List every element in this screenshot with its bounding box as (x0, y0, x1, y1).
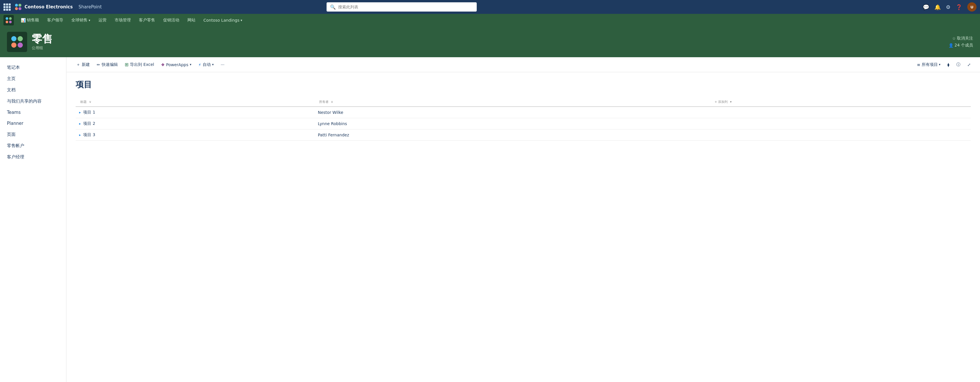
plus-icon: ＋ (76, 62, 80, 67)
hero-subtitle: 公用组 (32, 45, 52, 51)
sidebar-item-retail-accounts[interactable]: 零售帐户 (0, 140, 66, 152)
nav-tab-ops[interactable]: 运营 (95, 16, 110, 24)
company-name: Contoso Electronics (25, 4, 73, 10)
sidebar-item-planner[interactable]: Planner (0, 118, 66, 129)
logo-svg (14, 3, 22, 11)
chart-icon: 📊 (21, 18, 26, 22)
powerapps-button[interactable]: ❖ PowerApps ▾ (158, 61, 194, 69)
nav-tab-website[interactable]: 网站 (184, 16, 199, 24)
members-count[interactable]: 👤 24 个成员 (948, 43, 973, 48)
sort-icon-title: ∨ (89, 100, 91, 104)
row-icon-2: ▸ (79, 121, 81, 126)
sidebar-item-shared[interactable]: 与我们共享的内容 (0, 96, 66, 107)
export-excel-button[interactable]: ⊞ 导出到 Excel (122, 60, 157, 69)
nav-tab-global-sales[interactable]: 全球销售 ▾ (68, 16, 94, 24)
automate-button[interactable]: ⚡ 自动 ▾ (196, 61, 216, 69)
expand-icon: ⤢ (967, 62, 971, 67)
row-addcol-1 (710, 107, 971, 118)
nav-tab-market[interactable]: 市场管理 (111, 16, 134, 24)
new-button[interactable]: ＋ 新建 (73, 61, 93, 69)
filter-button[interactable]: ⧫ (945, 61, 952, 69)
row-owner-2: Lynne Robbins (315, 118, 710, 129)
row-icon-3: ▸ (79, 133, 81, 137)
row-title-2[interactable]: ▸ 项目 2 (76, 118, 315, 129)
chevron-down-icon-col: ▾ (730, 100, 732, 104)
row-title-3[interactable]: ▸ 项目 3 (76, 129, 315, 141)
sidebar-item-account-mgr[interactable]: 客户经理 (0, 152, 66, 163)
hero-title: 零售 (32, 33, 52, 45)
powerapps-icon: ❖ (161, 62, 165, 67)
avatar[interactable]: U (967, 2, 977, 11)
table-row: ▸ 项目 1 Nestor Wilke (76, 107, 971, 118)
sidebar-item-teams[interactable]: Teams (0, 107, 66, 118)
sort-icon-owner: ∨ (331, 100, 333, 104)
settings-icon[interactable]: ⚙️ (946, 4, 951, 10)
row-owner-3: Patti Fernandez (315, 129, 710, 141)
svg-point-1 (19, 4, 21, 6)
site-logo-icon (3, 15, 14, 26)
nav-tab-sales[interactable]: 📊 销售额 (18, 16, 43, 24)
view-selector[interactable]: ≡ 所有项目 ▾ (915, 61, 943, 69)
svg-point-10 (11, 43, 16, 48)
sidebar-item-notebook[interactable]: 笔记本 (0, 62, 66, 73)
nav-tab-promo[interactable]: 促销活动 (160, 16, 183, 24)
sidebar: 笔记本 主页 文档 与我们共享的内容 Teams Planner 页面 零售帐户… (0, 57, 67, 382)
view-icon: ≡ (917, 62, 921, 67)
list-title: 项目 (76, 79, 971, 90)
help-icon[interactable]: ❓ (956, 4, 962, 10)
toolbar: ＋ 新建 ✏️ 快速编辑 ⊞ 导出到 Excel ❖ PowerApps ▾ ⚡… (67, 57, 980, 72)
people-icon: 👤 (948, 43, 953, 48)
svg-point-9 (18, 36, 23, 41)
app-logo: Contoso Electronics (14, 3, 73, 11)
comment-icon[interactable]: 💬 (923, 4, 929, 10)
top-bar: Contoso Electronics SharePoint 🔍 💬 🔔 ⚙️ … (0, 0, 980, 14)
chevron-down-icon-powerapps: ▾ (190, 63, 191, 67)
row-title-1[interactable]: ▸ 项目 1 (76, 107, 315, 118)
search-box[interactable]: 🔍 (326, 2, 477, 11)
svg-point-2 (15, 7, 18, 10)
sidebar-item-home[interactable]: 主页 (0, 73, 66, 85)
nav-tab-retail[interactable]: 客户零售 (135, 16, 159, 24)
svg-point-3 (19, 7, 21, 10)
col-header-owner[interactable]: 所有者 ∨ (315, 97, 710, 107)
follow-button[interactable]: ☆ 取消关注 (952, 36, 973, 41)
nav-tab-customer-lead[interactable]: 客户领导 (44, 16, 67, 24)
svg-point-4 (6, 18, 8, 20)
list-table: 标题 ∨ 所有者 ∨ + 添加列 ▾ (76, 97, 971, 141)
list-area: 项目 标题 ∨ 所有者 ∨ + 添加列 (67, 72, 980, 382)
bell-icon[interactable]: 🔔 (934, 4, 941, 10)
hero-site-icon (7, 32, 27, 52)
col-header-title[interactable]: 标题 ∨ (76, 97, 315, 107)
content-area: ＋ 新建 ✏️ 快速编辑 ⊞ 导出到 Excel ❖ PowerApps ▾ ⚡… (67, 57, 980, 382)
info-button[interactable]: ⓘ (954, 61, 963, 69)
quick-edit-button[interactable]: ✏️ 快速编辑 (94, 61, 121, 69)
chevron-down-icon-2: ▾ (240, 19, 242, 22)
sidebar-item-pages[interactable]: 页面 (0, 129, 66, 140)
chevron-down-icon: ▾ (89, 19, 91, 22)
top-bar-actions: 💬 🔔 ⚙️ ❓ U (923, 2, 977, 11)
hero-left: 零售 公用组 (7, 32, 52, 52)
sidebar-item-documents[interactable]: 文档 (0, 85, 66, 96)
svg-point-5 (9, 18, 12, 20)
svg-point-7 (9, 21, 12, 23)
expand-button[interactable]: ⤢ (965, 61, 973, 69)
col-header-add[interactable]: + 添加列 ▾ (710, 97, 971, 107)
info-icon: ⓘ (956, 62, 960, 67)
svg-point-6 (6, 21, 8, 23)
automate-icon: ⚡ (198, 62, 201, 67)
chevron-down-icon-view: ▾ (939, 63, 941, 67)
svg-point-0 (15, 4, 18, 6)
star-icon: ☆ (952, 36, 956, 41)
waffle-icon[interactable] (3, 3, 11, 11)
more-button[interactable]: ··· (218, 61, 227, 69)
chevron-down-icon-auto: ▾ (212, 63, 214, 67)
table-row: ▸ 项目 2 Lynne Robbins (76, 118, 971, 129)
hero-section: 零售 公用组 ☆ 取消关注 👤 24 个成员 (0, 27, 980, 57)
nav-tab-landings[interactable]: Contoso Landings ▾ (200, 17, 246, 24)
table-row: ▸ 项目 3 Patti Fernandez (76, 129, 971, 141)
search-input[interactable] (338, 5, 473, 9)
main-layout: 笔记本 主页 文档 与我们共享的内容 Teams Planner 页面 零售帐户… (0, 57, 980, 382)
excel-icon: ⊞ (125, 62, 129, 67)
row-owner-1: Nestor Wilke (315, 107, 710, 118)
row-addcol-3 (710, 129, 971, 141)
